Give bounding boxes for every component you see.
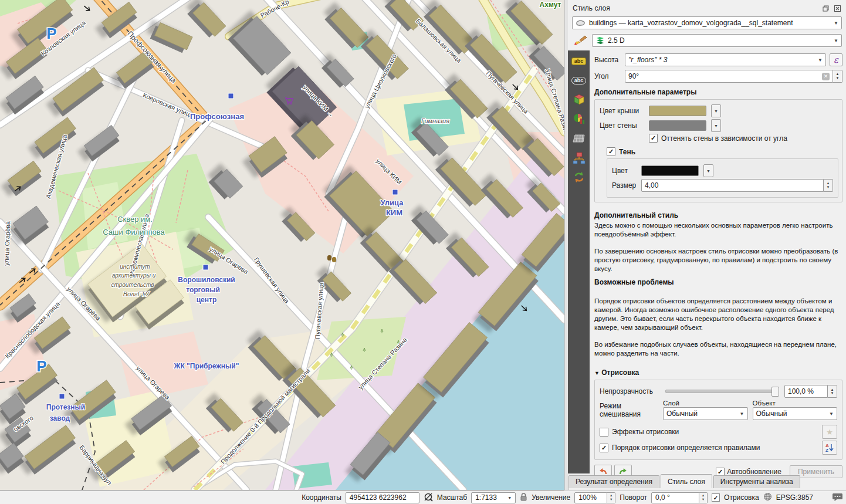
- shade-walls-checkbox[interactable]: ✓: [649, 134, 658, 143]
- sort-order-button[interactable]: AZ: [822, 441, 837, 455]
- svg-text:архитектуры и: архитектуры и: [112, 272, 156, 279]
- svg-text:ЖК "Прибрежный": ЖК "Прибрежный": [174, 362, 239, 370]
- panel-title: Стиль слоя: [573, 4, 819, 12]
- angle-field[interactable]: 90° ✕: [625, 70, 833, 83]
- rotation-field[interactable]: 0,0 °: [651, 492, 699, 503]
- crs-label: EPSG:3857: [776, 493, 813, 502]
- mask-icon[interactable]: abc: [571, 73, 587, 87]
- magnifier-field[interactable]: 100%: [574, 492, 607, 503]
- opacity-field[interactable]: 100,0 %: [784, 385, 828, 398]
- map-canvas[interactable]: PPПрофсоюзная улицаРабоче-КрБалашовская …: [0, 0, 564, 490]
- chevron-down-icon: ▼: [834, 38, 838, 43]
- problems-heading: Возможные проблемы: [594, 278, 842, 287]
- rendering-heading: ▼ Отрисовка: [594, 368, 842, 377]
- shadow-size-field[interactable]: 4,00: [641, 179, 824, 192]
- svg-text:Протезный: Протезный: [46, 403, 85, 411]
- map-view[interactable]: PPПрофсоюзная улицаРабоче-КрБалашовская …: [0, 0, 564, 491]
- problems-p2: Во избежание подобных случаев объекты, н…: [594, 341, 837, 357]
- blend-feature-combo[interactable]: Обычный ▼: [753, 407, 838, 420]
- lock-scale-icon[interactable]: [520, 492, 527, 503]
- 25d-renderer-icon: [595, 36, 605, 45]
- svg-text:P: P: [36, 357, 46, 375]
- chevron-down-icon[interactable]: ▼: [711, 119, 721, 132]
- roof-color-swatch[interactable]: [649, 106, 706, 116]
- tab-analysis-tools[interactable]: Инструменты анализа: [713, 475, 800, 488]
- expression-builder-button[interactable]: ε: [830, 53, 842, 66]
- blend-layer-col-label: Слой: [663, 400, 748, 407]
- close-icon[interactable]: [833, 4, 842, 13]
- style-note-p1: Здесь можно с помощью нескольких основны…: [594, 222, 833, 238]
- rotation-stepper[interactable]: ▲▼: [699, 492, 708, 503]
- chevron-down-icon[interactable]: ▼: [818, 57, 823, 63]
- shadow-size-stepper[interactable]: ▲▼: [824, 179, 833, 192]
- shadow-checkbox[interactable]: ✓: [607, 147, 615, 156]
- opacity-label: Непрозрачность: [600, 387, 659, 395]
- shade-walls-label: Оттенять стены в зависимости от угла: [661, 134, 787, 143]
- polygon-layer-icon: [576, 19, 586, 26]
- draw-effects-checkbox[interactable]: [600, 428, 608, 437]
- svg-text:ВолгГТУ: ВолгГТУ: [123, 290, 150, 297]
- svg-text:завод: завод: [50, 414, 70, 422]
- coordinates-label: Координаты: [302, 493, 341, 502]
- diagrams-icon[interactable]: [571, 112, 587, 126]
- wall-color-label: Цвет стены: [600, 121, 645, 130]
- chevron-down-icon: ▼: [507, 496, 512, 500]
- svg-text:центр: центр: [197, 296, 217, 304]
- attributes-tree-icon[interactable]: [571, 151, 587, 165]
- svg-text:строительств: строительств: [111, 282, 154, 288]
- shadow-color-label: Цвет: [612, 167, 638, 175]
- opacity-slider[interactable]: [665, 390, 779, 393]
- blend-mode-label: Режим смешивания: [600, 402, 659, 420]
- feature-order-label: Порядок отрисовки определяется правилами: [612, 444, 760, 452]
- help-text: Дополнительный стиль Здесь можно с помощ…: [594, 207, 842, 358]
- undock-icon[interactable]: [821, 4, 831, 13]
- scale-label: Масштаб: [437, 493, 467, 502]
- style-note-heading: Дополнительный стиль: [594, 211, 842, 221]
- svg-text:КИМ: КИМ: [386, 208, 402, 217]
- layer-selector[interactable]: buildings — karta_vozrastov_domov_volgog…: [572, 16, 842, 29]
- crs-globe-icon[interactable]: [763, 492, 772, 503]
- blend-feature-col-label: Объект: [753, 400, 838, 407]
- chevron-down-icon: ▼: [834, 21, 838, 26]
- svg-text:Сквер им.: Сквер им.: [117, 215, 153, 224]
- feature-order-checkbox[interactable]: ✓: [600, 444, 608, 452]
- effects-options-button[interactable]: ★: [822, 425, 837, 439]
- blend-layer-combo[interactable]: Обычный ▼: [663, 407, 748, 420]
- shadow-size-label: Размер: [612, 181, 638, 190]
- roof-color-label: Цвет крыши: [600, 107, 645, 115]
- opacity-stepper[interactable]: ▲▼: [828, 385, 837, 398]
- labels-icon[interactable]: abc: [571, 54, 587, 68]
- scale-combo[interactable]: 1:7133 ▼: [471, 492, 516, 503]
- history-icon[interactable]: [571, 170, 587, 184]
- render-label: Отрисовка: [724, 493, 759, 502]
- tab-layer-styling[interactable]: Стиль слоя: [661, 474, 712, 488]
- chevron-down-icon[interactable]: ▼: [711, 104, 721, 117]
- svg-text:Ворошиловский: Ворошиловский: [178, 276, 235, 284]
- collapse-triangle-icon[interactable]: ▼: [594, 370, 600, 376]
- extra-params-heading: Дополнительные параметры: [594, 88, 842, 96]
- tab-identify-results[interactable]: Результат определения: [568, 475, 659, 488]
- chevron-down-icon: ▼: [829, 411, 834, 417]
- wall-color-swatch[interactable]: [649, 120, 706, 131]
- renderer-name: 2.5 D: [608, 36, 625, 45]
- status-bar: Координаты 4954123 6223962 Масштаб 1:713…: [0, 491, 846, 504]
- messages-icon[interactable]: [832, 492, 842, 503]
- mouse-position-icon[interactable]: [424, 492, 433, 503]
- draw-effects-label: Эффекты отрисовки: [612, 428, 679, 436]
- clear-icon[interactable]: ✕: [822, 73, 830, 80]
- height-expression-field[interactable]: "r_floors" * 3 ▼: [625, 53, 826, 66]
- svg-text:торговый: торговый: [186, 286, 220, 294]
- render-checkbox[interactable]: ✓: [712, 493, 720, 502]
- coordinates-field[interactable]: 4954123 6223962: [346, 492, 419, 503]
- extra-params-group: Цвет крыши ▼ Цвет стены ▼ ✓ Оттенять сте…: [594, 99, 842, 202]
- 3d-view-icon[interactable]: [571, 93, 587, 107]
- renderer-selector[interactable]: 2.5 D ▼: [592, 34, 842, 47]
- angle-stepper[interactable]: ▲▼: [833, 70, 842, 83]
- svg-text:Ахмут: Ахмут: [540, 1, 561, 9]
- shadow-group: Цвет ▼ Размер 4,00 ▲▼: [607, 158, 838, 198]
- shadow-color-swatch[interactable]: [641, 165, 699, 176]
- chevron-down-icon[interactable]: ▼: [703, 164, 713, 177]
- mesh-icon[interactable]: [571, 131, 587, 146]
- magnifier-stepper[interactable]: ▲▼: [607, 492, 615, 503]
- rotation-label: Поворот: [620, 493, 647, 502]
